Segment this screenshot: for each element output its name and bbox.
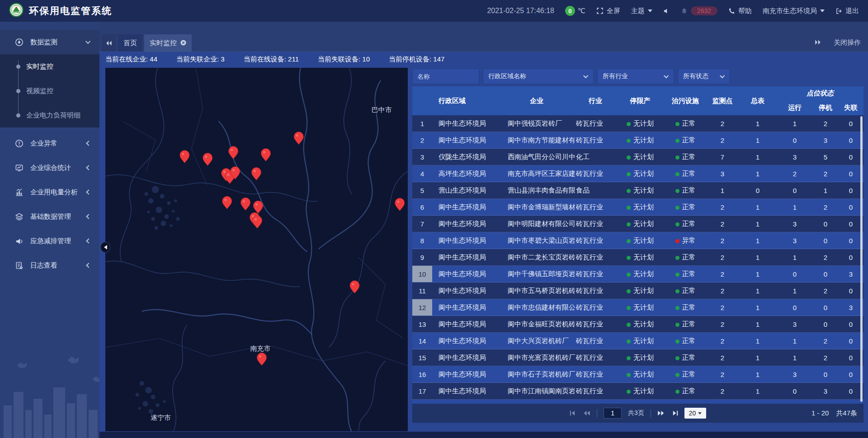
cell-lost: 0 xyxy=(838,354,863,362)
table-row[interactable]: 6阆中生态环境局阆中市金博瑞新型墙材砖瓦行业无计划正常21120 xyxy=(412,199,863,216)
table-row[interactable]: 18南部生态环境局南部县双华水泥有限公建材加工无计划正常50050 xyxy=(412,400,863,404)
table-scrollbar[interactable] xyxy=(860,116,863,402)
table-row[interactable]: 17阆中生态环境局阆中市江南镇阆南页岩砖瓦行业无计划正常21030 xyxy=(412,383,863,400)
temperature-value: 0 xyxy=(565,6,575,16)
sidebar-item[interactable]: 日志查看 xyxy=(0,253,99,278)
table-row[interactable]: 13阆中生态环境局阆中市金福旺页岩机砖砖瓦行业无计划正常21300 xyxy=(412,316,863,333)
theme-dropdown[interactable]: 主题 xyxy=(631,7,652,15)
user-dropdown[interactable]: 南充市生态环境局 xyxy=(763,7,825,15)
map-pin-icon[interactable] xyxy=(253,216,262,228)
cell-monitor-points: 2 xyxy=(706,354,739,362)
prev-page-button[interactable] xyxy=(583,410,590,416)
row-index: 7 xyxy=(412,216,432,232)
map-pin-icon[interactable] xyxy=(350,281,359,293)
status-dot xyxy=(675,122,679,126)
close-operations-button[interactable]: 关闭操作 xyxy=(834,38,861,47)
map-pin-icon[interactable] xyxy=(252,167,261,180)
map-pin-icon[interactable] xyxy=(229,146,238,159)
map-panel[interactable]: 巴中市南充市遂宁市 xyxy=(105,68,408,431)
name-filter-input[interactable] xyxy=(412,69,479,84)
col-enterprise: 企业 xyxy=(498,86,575,115)
cell-stop-limit: 无计划 xyxy=(616,119,665,128)
status-filter-select[interactable]: 所有状态 xyxy=(678,69,730,84)
map-pin-icon[interactable] xyxy=(257,353,266,365)
cell-total-meters: 1 xyxy=(739,170,777,178)
fullscreen-button[interactable]: 全屏 xyxy=(596,7,620,15)
sidebar-item[interactable]: 基础数据管理 xyxy=(0,204,99,229)
status-dot xyxy=(627,273,631,277)
tabs-scroll-right-button[interactable] xyxy=(815,39,821,47)
map-pin-icon[interactable] xyxy=(254,201,263,213)
notifications[interactable]: 2632 xyxy=(681,6,717,15)
status-dot xyxy=(627,222,631,226)
cell-total-meters: 1 xyxy=(739,304,777,311)
tab-realtime-monitor[interactable]: 实时监控 xyxy=(144,34,192,52)
tree-dot-icon xyxy=(16,89,20,93)
col-industry: 行业 xyxy=(575,86,616,115)
cell-monitor-points: 2 xyxy=(706,371,739,378)
cell-lost: 0 xyxy=(838,287,863,295)
status-dot xyxy=(627,239,631,243)
sidebar-subitem[interactable]: 企业电力负荷明细 xyxy=(0,103,99,127)
tree-dot-icon xyxy=(16,65,20,69)
sidebar-item[interactable]: 数据监测 xyxy=(0,30,99,54)
map-pin-icon[interactable] xyxy=(180,151,189,163)
chevron-down-icon xyxy=(664,73,669,78)
table-row[interactable]: 15阆中生态环境局阆中市光富页岩机砖厂砖瓦行业无计划正常21120 xyxy=(412,349,863,366)
table-row[interactable]: 14阆中生态环境局阆中大兴页岩机砖厂砖瓦行业无计划正常21120 xyxy=(412,333,863,349)
sidebar-subitem[interactable]: 视频监控 xyxy=(0,79,99,103)
cell-enterprise: 阆中市二龙长宝页岩砖 xyxy=(498,253,575,262)
table-row[interactable]: 11阆中生态环境局阆中市五马桥页岩机砖砖瓦行业无计划正常21120 xyxy=(412,283,863,299)
footer-strip xyxy=(99,432,868,438)
mute-button[interactable] xyxy=(663,8,670,14)
map-pin-icon[interactable] xyxy=(261,149,270,161)
tab-home[interactable]: 首页 xyxy=(118,34,142,52)
last-page-button[interactable] xyxy=(671,410,678,416)
table-row[interactable]: 4高坪生态环境局南充市高坪区王家店建砖瓦行业无计划正常31220 xyxy=(412,165,863,182)
page-size-select[interactable]: 20 xyxy=(684,408,706,419)
table-row[interactable]: 8阆中生态环境局阆中市枣碧大梁山页岩砖瓦行业无计划异常21300 xyxy=(412,232,863,249)
close-icon[interactable] xyxy=(180,39,186,47)
cell-industry: 砖瓦行业 xyxy=(575,203,616,212)
sidebar-item[interactable]: 应急减排管理 xyxy=(0,229,99,253)
next-page-button[interactable] xyxy=(657,410,665,416)
table-row[interactable]: 2阆中生态环境局阆中市南方节能建材有砖瓦行业无计划正常21030 xyxy=(412,132,863,149)
cell-stopped: 1 xyxy=(813,187,838,194)
cell-monitor-points: 2 xyxy=(706,287,739,295)
table-row[interactable]: 12阆中生态环境局阆中市忠信建材有限公砖瓦行业无计划正常21003 xyxy=(412,299,863,316)
table-row[interactable]: 1阆中生态环境局阆中强锐页岩砖厂砖瓦行业无计划正常21120 xyxy=(412,115,863,132)
map-pin-icon[interactable] xyxy=(395,198,405,211)
sidebar-subitem[interactable]: 实时监控 xyxy=(0,54,99,79)
first-page-button[interactable] xyxy=(570,410,577,416)
tabs-scroll-left-button[interactable] xyxy=(102,34,116,52)
map-pin-icon[interactable] xyxy=(241,198,250,210)
industry-filter-select[interactable]: 所有行业 xyxy=(597,69,674,84)
map-pin-icon[interactable] xyxy=(203,153,212,166)
table-row[interactable]: 9阆中生态环境局阆中市二龙长宝页岩砖砖瓦行业无计划正常21120 xyxy=(412,249,863,266)
table-row[interactable]: 3仪陇生态环境局西南油气田分公司川中化工无计划正常71350 xyxy=(412,149,863,165)
filter-bar: 行政区域名称 所有行业 所有状态 xyxy=(412,69,863,84)
table-row[interactable]: 5营山生态环境局营山县润丰肉食品有限食品无计划正常10010 xyxy=(412,182,863,199)
bell-icon xyxy=(681,8,688,14)
table-row[interactable]: 16阆中生态环境局阆中市石子页岩机砖厂砖瓦行业无计划正常21300 xyxy=(412,366,863,383)
map-pin-icon[interactable] xyxy=(222,196,232,209)
map-collapse-button[interactable] xyxy=(100,242,110,253)
status-dot xyxy=(675,222,679,226)
cell-stop-limit: 无计划 xyxy=(616,203,665,212)
sidebar-item[interactable]: 企业异常 xyxy=(0,131,99,155)
sidebar-item[interactable]: 企业用电量分析 xyxy=(0,180,99,204)
region-filter-select[interactable]: 行政区域名称 xyxy=(483,69,594,84)
sidebar-item[interactable]: 企业综合统计 xyxy=(0,155,99,180)
help-button[interactable]: 帮助 xyxy=(728,7,752,15)
table-row[interactable]: 10阆中生态环境局阆中千佛镇五郎垭页岩砖瓦行业无计划正常21003 xyxy=(412,266,863,283)
map-pin-icon[interactable] xyxy=(294,132,303,145)
logout-button[interactable]: 退出 xyxy=(835,7,859,15)
cell-enterprise: 阆中市忠信建材有限公 xyxy=(498,303,575,312)
cell-region: 阆中生态环境局 xyxy=(432,220,498,228)
cell-lost: 0 xyxy=(838,203,863,211)
help-label: 帮助 xyxy=(738,7,752,15)
current-page-input[interactable]: 1 xyxy=(604,408,622,419)
table-row[interactable]: 7阆中生态环境局阆中明阳建材有限公司砖瓦行业无计划正常21300 xyxy=(412,216,863,232)
cell-stop-limit: 无计划 xyxy=(616,320,665,329)
cell-stop-limit: 无计划 xyxy=(616,303,665,312)
